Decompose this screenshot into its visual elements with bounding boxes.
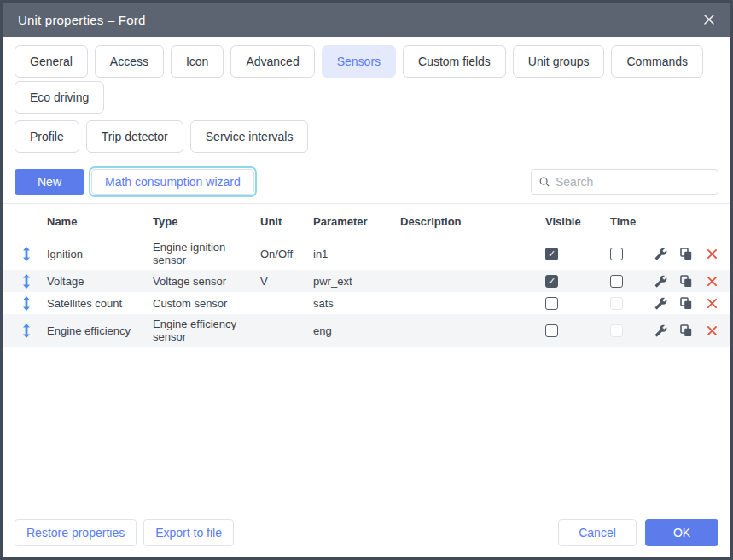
restore-properties-button[interactable]: Restore properties xyxy=(15,519,137,546)
time-checkbox[interactable] xyxy=(610,248,623,260)
sensor-row-engine-efficiency: Engine efficiency Engine efficiency sens… xyxy=(3,314,730,347)
sensors-toolbar: New Math consumption wizard xyxy=(3,161,730,203)
tab-profile[interactable]: Profile xyxy=(15,120,79,153)
wrench-icon xyxy=(654,324,667,337)
sensor-row-voltage: Voltage Voltage sensor V pwr_ext xyxy=(3,270,730,292)
time-checkbox[interactable] xyxy=(610,297,623,310)
copy-sensor-button[interactable] xyxy=(673,324,699,337)
time-checkbox[interactable] xyxy=(610,275,623,288)
edit-sensor-button[interactable] xyxy=(648,297,673,310)
tab-service-intervals[interactable]: Service intervals xyxy=(190,120,309,153)
tab-eco-driving[interactable]: Eco driving xyxy=(15,81,104,114)
copy-icon xyxy=(680,297,692,310)
sensors-table: Name Type Unit Parameter Description Vis… xyxy=(3,204,730,347)
header-type: Type xyxy=(153,215,260,228)
copy-icon xyxy=(680,248,692,260)
delete-x-icon xyxy=(707,326,717,335)
header-unit: Unit xyxy=(260,215,313,228)
unit-properties-dialog: Unit properties – Ford General Access Ic… xyxy=(0,0,733,560)
math-consumption-wizard-button[interactable]: Math consumption wizard xyxy=(91,169,254,195)
search-input[interactable] xyxy=(556,175,710,189)
header-parameter: Parameter xyxy=(313,215,400,228)
sensor-unit: On/Off xyxy=(260,248,313,260)
drag-handle[interactable] xyxy=(15,247,47,261)
copy-icon xyxy=(680,324,692,337)
wrench-icon xyxy=(654,275,667,288)
cancel-button[interactable]: Cancel xyxy=(558,519,637,546)
drag-arrows-icon xyxy=(22,247,31,261)
drag-arrows-icon xyxy=(22,296,31,311)
dialog-title: Unit properties – Ford xyxy=(18,13,145,27)
drag-handle[interactable] xyxy=(15,324,47,338)
delete-x-icon xyxy=(707,299,717,308)
drag-arrows-icon xyxy=(22,324,31,338)
empty-area xyxy=(3,347,730,510)
ok-button[interactable]: OK xyxy=(645,519,718,546)
sensor-name: Ignition xyxy=(47,248,153,260)
copy-sensor-button[interactable] xyxy=(673,248,699,260)
sensor-parameter: eng xyxy=(313,324,400,337)
sensor-parameter: in1 xyxy=(313,248,400,260)
wrench-icon xyxy=(654,248,667,260)
tab-bar: General Access Icon Advanced Sensors Cus… xyxy=(3,37,730,161)
header-visible: Visible xyxy=(537,215,596,228)
tab-trip-detector[interactable]: Trip detector xyxy=(86,120,183,153)
search-box[interactable] xyxy=(531,169,718,195)
visible-checkbox[interactable] xyxy=(545,297,558,310)
tab-commands[interactable]: Commands xyxy=(611,45,703,78)
tab-unit-groups[interactable]: Unit groups xyxy=(513,45,605,78)
tab-icon[interactable]: Icon xyxy=(171,45,224,78)
edit-sensor-button[interactable] xyxy=(648,248,673,260)
tab-sensors[interactable]: Sensors xyxy=(322,45,396,78)
tab-access[interactable]: Access xyxy=(95,45,164,78)
header-description: Description xyxy=(400,215,537,228)
search-icon xyxy=(539,176,550,188)
sensor-row-satellites-count: Satellites count Custom sensor sats xyxy=(3,292,730,314)
delete-sensor-button[interactable] xyxy=(699,277,725,286)
sensor-row-ignition: Ignition Engine ignition sensor On/Off i… xyxy=(3,237,730,270)
titlebar: Unit properties – Ford xyxy=(3,3,730,37)
sensor-type: Custom sensor xyxy=(153,297,260,310)
wrench-icon xyxy=(654,297,667,310)
close-icon[interactable] xyxy=(703,14,715,26)
tab-advanced[interactable]: Advanced xyxy=(230,45,314,78)
sensor-name: Voltage xyxy=(47,275,153,288)
header-time: Time xyxy=(596,215,648,228)
sensor-unit: V xyxy=(260,275,313,288)
copy-sensor-button[interactable] xyxy=(673,297,699,310)
edit-sensor-button[interactable] xyxy=(648,275,673,288)
tab-general[interactable]: General xyxy=(15,45,88,78)
sensor-name: Engine efficiency xyxy=(47,324,153,337)
visible-checkbox[interactable] xyxy=(545,324,558,337)
copy-icon xyxy=(680,275,692,288)
export-to-file-button[interactable]: Export to file xyxy=(143,519,234,546)
sensor-name: Satellites count xyxy=(47,297,153,310)
visible-checkbox[interactable] xyxy=(545,248,558,260)
tab-custom-fields[interactable]: Custom fields xyxy=(403,45,506,78)
drag-handle[interactable] xyxy=(15,296,47,311)
dialog-footer: Restore properties Export to file Cancel… xyxy=(3,510,730,557)
sensor-type: Voltage sensor xyxy=(153,275,260,288)
delete-x-icon xyxy=(707,249,717,259)
sensor-parameter: pwr_ext xyxy=(313,275,400,288)
new-sensor-button[interactable]: New xyxy=(15,169,84,195)
delete-x-icon xyxy=(707,277,717,286)
table-header: Name Type Unit Parameter Description Vis… xyxy=(3,204,730,237)
drag-arrows-icon xyxy=(22,274,31,289)
sensor-type: Engine ignition sensor xyxy=(153,241,260,266)
header-name: Name xyxy=(47,215,153,228)
time-checkbox[interactable] xyxy=(610,324,623,337)
sensor-parameter: sats xyxy=(313,297,400,310)
delete-sensor-button[interactable] xyxy=(699,326,725,335)
edit-sensor-button[interactable] xyxy=(648,324,673,337)
copy-sensor-button[interactable] xyxy=(673,275,699,288)
drag-handle[interactable] xyxy=(15,274,47,289)
delete-sensor-button[interactable] xyxy=(699,299,725,308)
visible-checkbox[interactable] xyxy=(545,275,558,288)
delete-sensor-button[interactable] xyxy=(699,249,725,259)
sensor-type: Engine efficiency sensor xyxy=(153,318,260,343)
